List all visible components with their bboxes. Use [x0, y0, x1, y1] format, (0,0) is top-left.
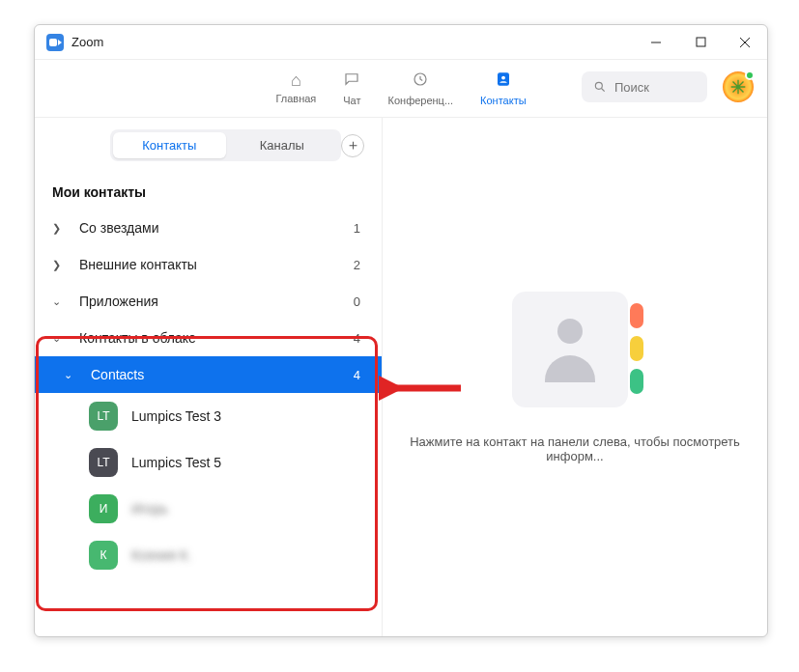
search-placeholder: Поиск: [614, 80, 649, 95]
contacts-placeholder-icon: [512, 292, 638, 407]
app-window: Zoom ⌂ Главная Чат: [34, 24, 768, 637]
add-button[interactable]: ＋: [341, 134, 364, 157]
group-apps[interactable]: ⌄ Приложения 0: [35, 283, 382, 320]
group-contacts-sub[interactable]: ⌄ Contacts 4: [35, 356, 382, 393]
contact-avatar: К: [89, 541, 118, 570]
contact-avatar: И: [89, 494, 118, 523]
profile-avatar[interactable]: [723, 71, 754, 102]
group-count: 4: [354, 331, 360, 346]
contact-name: Lumpics Test 5: [131, 455, 221, 470]
orange-slice-icon: [728, 76, 749, 98]
section-header: Мои контакты: [35, 171, 382, 210]
contact-row[interactable]: LTLumpics Test 3: [35, 393, 382, 439]
chevron-down-icon: ⌄: [52, 332, 70, 345]
tab-home[interactable]: ⌂ Главная: [275, 67, 316, 110]
group-starred[interactable]: ❯ Со звездами 1: [35, 210, 382, 246]
placeholder-text: Нажмите на контакт на панели слева, чтоб…: [402, 434, 748, 463]
contact-name: Ксения К.: [131, 547, 191, 563]
tab-label: Контакты: [480, 95, 527, 106]
chevron-right-icon: ❯: [52, 222, 70, 235]
tab-meetings[interactable]: Конференц...: [388, 67, 454, 110]
segment-row: Контакты Каналы ＋: [35, 129, 382, 171]
tab-label: Главная: [275, 93, 316, 104]
group-label: Приложения: [79, 294, 354, 309]
group-count: 2: [354, 258, 360, 272]
tab-contacts[interactable]: Контакты: [480, 67, 527, 110]
plus-icon: ＋: [346, 136, 360, 154]
segment-channels[interactable]: Каналы: [226, 132, 339, 158]
svg-rect-1: [697, 38, 705, 46]
group-label: Контакты в облаке: [79, 330, 354, 346]
contacts-icon: [495, 70, 512, 93]
titlebar: Zoom: [35, 25, 767, 60]
segmented-control: Контакты Каналы: [110, 129, 341, 161]
tab-label: Конференц...: [388, 95, 454, 106]
chevron-down-icon: ⌄: [64, 369, 81, 381]
sidebar: Контакты Каналы ＋ Мои контакты ❯ Со звез…: [35, 118, 383, 636]
group-external[interactable]: ❯ Внешние контакты 2: [35, 246, 382, 283]
clock-icon: [412, 70, 429, 93]
nav-tabs: ⌂ Главная Чат Конференц... Контакты: [275, 67, 526, 110]
contact-name: Игорь: [131, 501, 168, 517]
group-label: Внешние контакты: [79, 257, 354, 272]
svg-point-7: [595, 82, 602, 89]
group-label: Contacts: [91, 367, 354, 382]
contact-row[interactable]: LTLumpics Test 5: [35, 439, 382, 486]
search-input[interactable]: Поиск: [582, 71, 707, 102]
contact-list: LTLumpics Test 3LTLumpics Test 5ИИгорьКК…: [35, 393, 382, 578]
search-icon: [593, 80, 607, 94]
tab-chat[interactable]: Чат: [343, 67, 360, 110]
tab-label: Чат: [343, 95, 360, 106]
content-body: Контакты Каналы ＋ Мои контакты ❯ Со звез…: [35, 118, 767, 636]
group-cloud[interactable]: ⌄ Контакты в облаке 4: [35, 320, 382, 356]
top-nav: ⌂ Главная Чат Конференц... Контакты: [35, 60, 767, 118]
close-button[interactable]: [723, 25, 767, 60]
contact-avatar: LT: [89, 402, 118, 431]
contact-row[interactable]: ККсения К.: [35, 532, 382, 578]
main-pane: Нажмите на контакт на панели слева, чтоб…: [383, 118, 767, 636]
group-count: 1: [354, 221, 360, 236]
group-count: 0: [354, 294, 360, 309]
contact-avatar: LT: [89, 448, 118, 477]
zoom-logo-icon: [46, 34, 64, 51]
presence-online-icon: [745, 70, 755, 80]
contact-name: Lumpics Test 3: [131, 408, 221, 424]
chevron-right-icon: ❯: [52, 259, 70, 271]
chevron-down-icon: ⌄: [52, 295, 70, 308]
contact-row[interactable]: ИИгорь: [35, 486, 382, 532]
window-title: Zoom: [71, 35, 634, 49]
home-icon: ⌂: [291, 70, 301, 91]
chat-icon: [343, 70, 360, 93]
maximize-button[interactable]: [678, 25, 723, 60]
svg-point-6: [501, 76, 505, 80]
segment-contacts[interactable]: Контакты: [113, 132, 226, 158]
group-count: 4: [354, 368, 360, 382]
window-controls: [634, 25, 767, 60]
group-label: Со звездами: [79, 220, 354, 236]
svg-line-8: [602, 89, 605, 92]
minimize-button[interactable]: [634, 25, 678, 60]
